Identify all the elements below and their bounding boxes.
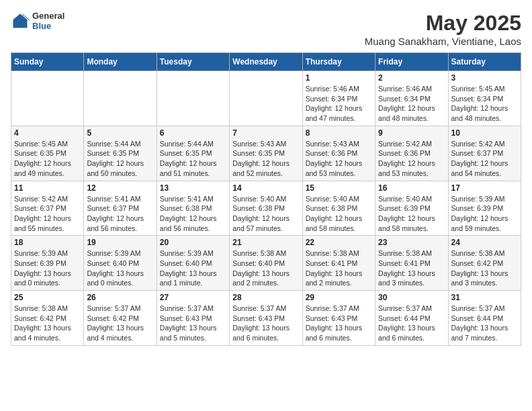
calendar-cell: 24Sunrise: 5:38 AM Sunset: 6:42 PM Dayli… [448, 236, 521, 291]
weekday-header-saturday: Saturday [448, 53, 521, 71]
weekday-header-tuesday: Tuesday [157, 53, 229, 71]
day-number: 14 [232, 183, 299, 193]
day-info: Sunrise: 5:41 AM Sunset: 6:38 PM Dayligh… [160, 194, 226, 234]
day-info: Sunrise: 5:38 AM Sunset: 6:42 PM Dayligh… [14, 304, 81, 343]
calendar-cell: 3Sunrise: 5:45 AM Sunset: 6:34 PM Daylig… [448, 71, 521, 126]
calendar-cell: 10Sunrise: 5:42 AM Sunset: 6:37 PM Dayli… [448, 126, 521, 181]
day-info: Sunrise: 5:37 AM Sunset: 6:43 PM Dayligh… [306, 304, 372, 343]
calendar-cell: 6Sunrise: 5:44 AM Sunset: 6:35 PM Daylig… [157, 126, 229, 181]
calendar-cell: 11Sunrise: 5:42 AM Sunset: 6:37 PM Dayli… [11, 181, 84, 236]
day-info: Sunrise: 5:37 AM Sunset: 6:42 PM Dayligh… [87, 304, 153, 343]
day-info: Sunrise: 5:44 AM Sunset: 6:35 PM Dayligh… [87, 139, 153, 179]
calendar-cell [84, 71, 157, 126]
day-number: 4 [14, 128, 81, 138]
day-number: 23 [378, 238, 445, 247]
day-number: 11 [14, 183, 81, 193]
day-info: Sunrise: 5:42 AM Sunset: 6:36 PM Dayligh… [378, 139, 445, 179]
calendar-cell: 30Sunrise: 5:37 AM Sunset: 6:44 PM Dayli… [375, 291, 448, 346]
day-info: Sunrise: 5:37 AM Sunset: 6:43 PM Dayligh… [160, 304, 226, 343]
calendar-table: SundayMondayTuesdayWednesdayThursdayFrid… [11, 52, 521, 346]
calendar-cell: 19Sunrise: 5:39 AM Sunset: 6:40 PM Dayli… [84, 236, 157, 291]
day-number: 1 [306, 73, 372, 83]
day-number: 25 [14, 293, 81, 302]
day-number: 21 [232, 238, 299, 247]
day-info: Sunrise: 5:38 AM Sunset: 6:41 PM Dayligh… [378, 248, 445, 288]
calendar-cell: 16Sunrise: 5:40 AM Sunset: 6:39 PM Dayli… [375, 181, 448, 236]
day-number: 19 [87, 238, 153, 247]
calendar-cell: 20Sunrise: 5:39 AM Sunset: 6:40 PM Dayli… [157, 236, 229, 291]
day-info: Sunrise: 5:37 AM Sunset: 6:44 PM Dayligh… [451, 304, 518, 343]
day-number: 9 [378, 128, 445, 138]
day-info: Sunrise: 5:42 AM Sunset: 6:37 PM Dayligh… [451, 139, 518, 179]
day-number: 26 [87, 293, 153, 302]
calendar-cell [157, 71, 229, 126]
calendar-cell [11, 71, 84, 126]
day-info: Sunrise: 5:46 AM Sunset: 6:34 PM Dayligh… [306, 84, 372, 124]
day-info: Sunrise: 5:45 AM Sunset: 6:34 PM Dayligh… [451, 84, 518, 124]
calendar-cell: 2Sunrise: 5:46 AM Sunset: 6:34 PM Daylig… [375, 71, 448, 126]
logo-blue-text: Blue [32, 21, 64, 31]
day-info: Sunrise: 5:45 AM Sunset: 6:35 PM Dayligh… [14, 139, 81, 179]
weekday-header-friday: Friday [375, 53, 448, 71]
calendar-cell: 28Sunrise: 5:37 AM Sunset: 6:43 PM Dayli… [230, 291, 302, 346]
weekday-header-sunday: Sunday [11, 53, 84, 71]
day-number: 10 [451, 128, 518, 138]
day-number: 8 [306, 128, 372, 138]
calendar-cell: 15Sunrise: 5:40 AM Sunset: 6:38 PM Dayli… [302, 181, 375, 236]
calendar-cell: 13Sunrise: 5:41 AM Sunset: 6:38 PM Dayli… [157, 181, 229, 236]
location-text: Muang Sanakham, Vientiane, Laos [365, 36, 521, 47]
day-info: Sunrise: 5:43 AM Sunset: 6:35 PM Dayligh… [232, 139, 299, 179]
calendar-cell: 12Sunrise: 5:41 AM Sunset: 6:37 PM Dayli… [84, 181, 157, 236]
day-info: Sunrise: 5:40 AM Sunset: 6:38 PM Dayligh… [232, 194, 299, 234]
day-info: Sunrise: 5:37 AM Sunset: 6:43 PM Dayligh… [232, 304, 299, 343]
calendar-cell: 31Sunrise: 5:37 AM Sunset: 6:44 PM Dayli… [448, 291, 521, 346]
day-number: 22 [306, 238, 372, 247]
day-info: Sunrise: 5:40 AM Sunset: 6:39 PM Dayligh… [378, 194, 445, 234]
week-row-2: 4Sunrise: 5:45 AM Sunset: 6:35 PM Daylig… [11, 126, 521, 181]
day-number: 13 [160, 183, 226, 193]
logo-general-text: General [32, 11, 64, 21]
calendar-cell: 26Sunrise: 5:37 AM Sunset: 6:42 PM Dayli… [84, 291, 157, 346]
logo-icon [11, 11, 30, 30]
day-info: Sunrise: 5:39 AM Sunset: 6:40 PM Dayligh… [87, 248, 153, 288]
day-number: 27 [160, 293, 226, 302]
day-number: 15 [306, 183, 372, 193]
calendar-cell: 23Sunrise: 5:38 AM Sunset: 6:41 PM Dayli… [375, 236, 448, 291]
day-info: Sunrise: 5:38 AM Sunset: 6:42 PM Dayligh… [451, 248, 518, 288]
day-number: 18 [14, 238, 81, 247]
day-number: 6 [160, 128, 226, 138]
calendar-cell: 7Sunrise: 5:43 AM Sunset: 6:35 PM Daylig… [230, 126, 302, 181]
week-row-1: 1Sunrise: 5:46 AM Sunset: 6:34 PM Daylig… [11, 71, 521, 126]
calendar-cell: 21Sunrise: 5:38 AM Sunset: 6:40 PM Dayli… [230, 236, 302, 291]
day-info: Sunrise: 5:38 AM Sunset: 6:41 PM Dayligh… [306, 248, 372, 288]
day-info: Sunrise: 5:37 AM Sunset: 6:44 PM Dayligh… [378, 304, 445, 343]
calendar-cell: 14Sunrise: 5:40 AM Sunset: 6:38 PM Dayli… [230, 181, 302, 236]
day-number: 31 [451, 293, 518, 302]
calendar-cell: 27Sunrise: 5:37 AM Sunset: 6:43 PM Dayli… [157, 291, 229, 346]
weekday-header-wednesday: Wednesday [230, 53, 302, 71]
calendar-cell: 9Sunrise: 5:42 AM Sunset: 6:36 PM Daylig… [375, 126, 448, 181]
svg-marker-0 [13, 14, 28, 28]
day-number: 3 [451, 73, 518, 83]
calendar-cell [230, 71, 302, 126]
week-row-4: 18Sunrise: 5:39 AM Sunset: 6:39 PM Dayli… [11, 236, 521, 291]
day-info: Sunrise: 5:39 AM Sunset: 6:40 PM Dayligh… [160, 248, 226, 288]
day-number: 7 [232, 128, 299, 138]
calendar-cell: 1Sunrise: 5:46 AM Sunset: 6:34 PM Daylig… [302, 71, 375, 126]
calendar-cell: 25Sunrise: 5:38 AM Sunset: 6:42 PM Dayli… [11, 291, 84, 346]
day-info: Sunrise: 5:41 AM Sunset: 6:37 PM Dayligh… [87, 194, 153, 234]
weekday-header-monday: Monday [84, 53, 157, 71]
day-number: 16 [378, 183, 445, 193]
month-title: May 2025 [365, 11, 521, 36]
week-row-5: 25Sunrise: 5:38 AM Sunset: 6:42 PM Dayli… [11, 291, 521, 346]
day-number: 17 [451, 183, 518, 193]
day-info: Sunrise: 5:38 AM Sunset: 6:40 PM Dayligh… [232, 248, 299, 288]
day-number: 30 [378, 293, 445, 302]
day-info: Sunrise: 5:44 AM Sunset: 6:35 PM Dayligh… [160, 139, 226, 179]
calendar-cell: 17Sunrise: 5:39 AM Sunset: 6:39 PM Dayli… [448, 181, 521, 236]
title-block: May 2025 Muang Sanakham, Vientiane, Laos [365, 11, 521, 47]
weekday-header-thursday: Thursday [302, 53, 375, 71]
day-info: Sunrise: 5:39 AM Sunset: 6:39 PM Dayligh… [14, 248, 81, 288]
weekday-header-row: SundayMondayTuesdayWednesdayThursdayFrid… [11, 53, 521, 71]
day-number: 2 [378, 73, 445, 83]
